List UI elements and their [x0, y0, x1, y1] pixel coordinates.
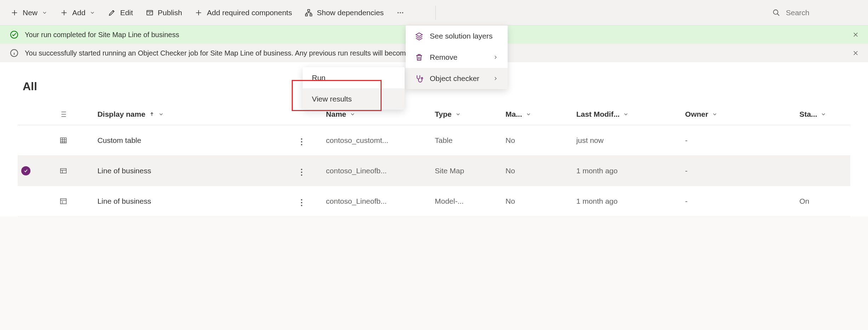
command-bar: New Add Edit Publish Add required compon…	[0, 0, 868, 25]
cell-managed: No	[502, 156, 573, 186]
new-button[interactable]: New	[4, 0, 54, 25]
cell-display-name: Custom table	[94, 125, 295, 156]
svg-rect-3	[310, 14, 312, 16]
cell-owner: -	[681, 186, 796, 216]
cell-modified: 1 month ago	[573, 186, 681, 216]
sitemap-icon	[59, 167, 67, 175]
chevron-right-icon	[493, 76, 498, 81]
table-row[interactable]: Custom table contoso_customt... Table No…	[18, 125, 850, 156]
close-notification-button[interactable]	[850, 48, 861, 58]
menu-remove[interactable]: Remove	[406, 47, 508, 68]
edit-button[interactable]: Edit	[102, 0, 139, 25]
publish-label: Publish	[158, 8, 182, 17]
cell-modified: just now	[573, 125, 681, 156]
menu-item-label: Run	[312, 74, 326, 82]
plus-icon	[60, 9, 68, 17]
column-chooser[interactable]	[56, 104, 94, 125]
svg-rect-10	[60, 138, 66, 143]
row-selected-check-icon[interactable]	[21, 166, 30, 175]
cell-type: Table	[431, 125, 502, 156]
add-label: Add	[72, 8, 85, 17]
svg-point-7	[773, 10, 778, 14]
close-icon	[852, 50, 859, 56]
cell-display-name: Line of business	[94, 186, 295, 216]
svg-rect-0	[147, 10, 153, 15]
notification-info-text: You successfully started running an Obje…	[25, 49, 430, 57]
col-status[interactable]: Sta...	[796, 104, 850, 125]
show-dependencies-button[interactable]: Show dependencies	[298, 0, 390, 25]
overflow-menu: See solution layers Remove Object checke…	[406, 25, 508, 89]
cell-name: contoso_customt...	[322, 125, 431, 156]
search-input[interactable]	[786, 8, 857, 17]
overflow-button[interactable]	[390, 0, 411, 25]
cell-display-name: Line of business	[94, 156, 295, 186]
chevron-right-icon	[493, 54, 498, 60]
menu-item-label: View results	[312, 95, 352, 103]
chevron-down-icon	[526, 111, 531, 117]
chevron-down-icon	[623, 111, 629, 117]
cell-owner: -	[681, 125, 796, 156]
search-icon	[772, 9, 780, 17]
chevron-down-icon	[158, 111, 164, 117]
svg-rect-1	[308, 9, 310, 11]
publish-button[interactable]: Publish	[139, 0, 189, 25]
publish-icon	[146, 9, 154, 17]
show-deps-label: Show dependencies	[317, 8, 384, 17]
chevron-down-icon	[712, 111, 718, 117]
menu-item-label: See solution layers	[430, 32, 492, 40]
add-button[interactable]: Add	[54, 0, 102, 25]
chevron-down-icon	[821, 111, 826, 117]
submenu-view-results[interactable]: View results	[303, 88, 405, 110]
menu-object-checker[interactable]: Object checker	[406, 68, 508, 89]
table-icon	[59, 137, 67, 144]
svg-rect-12	[60, 198, 66, 204]
table-row[interactable]: Line of business contoso_Lineofb... Site…	[18, 156, 850, 186]
cell-managed: No	[502, 125, 573, 156]
chevron-down-icon	[42, 10, 47, 16]
row-actions-button[interactable]	[299, 197, 304, 208]
cell-type: Model-...	[431, 186, 502, 216]
cell-owner: -	[681, 156, 796, 186]
menu-see-layers[interactable]: See solution layers	[406, 25, 508, 47]
chevron-down-icon	[90, 10, 95, 16]
more-horizontal-icon	[396, 9, 404, 17]
stethoscope-icon	[415, 74, 423, 83]
table-row[interactable]: Line of business contoso_Lineofb... Mode…	[18, 186, 850, 216]
row-actions-button[interactable]	[299, 167, 304, 178]
submenu-run[interactable]: Run	[303, 67, 405, 88]
sort-asc-icon	[149, 111, 155, 117]
svg-point-5	[400, 12, 401, 13]
cell-type: Site Map	[431, 156, 502, 186]
cell-status	[796, 156, 850, 186]
col-display-name[interactable]: Display name	[94, 104, 295, 125]
layers-icon	[415, 32, 423, 40]
svg-point-4	[398, 12, 399, 13]
add-required-label: Add required components	[207, 8, 292, 17]
menu-item-label: Remove	[430, 53, 457, 62]
cell-status	[796, 125, 850, 156]
chevron-down-icon	[350, 111, 355, 117]
svg-point-6	[402, 12, 404, 13]
chevron-down-icon	[455, 111, 461, 117]
plus-icon	[195, 9, 202, 17]
search-box[interactable]	[765, 0, 864, 25]
svg-rect-2	[305, 14, 308, 16]
new-label: New	[23, 8, 38, 17]
close-icon	[852, 31, 859, 38]
check-circle-icon	[10, 30, 18, 39]
object-checker-submenu: Run View results	[303, 67, 405, 110]
col-modified[interactable]: Last Modif...	[573, 104, 681, 125]
row-actions-button[interactable]	[299, 136, 304, 147]
close-notification-button[interactable]	[850, 29, 861, 40]
col-owner[interactable]: Owner	[681, 104, 796, 125]
col-managed[interactable]: Ma...	[502, 104, 573, 125]
col-type[interactable]: Type	[431, 104, 502, 125]
hierarchy-icon	[305, 9, 313, 17]
edit-label: Edit	[120, 8, 133, 17]
info-circle-icon	[10, 49, 18, 57]
add-required-button[interactable]: Add required components	[188, 0, 298, 25]
cell-status: On	[796, 186, 850, 216]
menu-item-label: Object checker	[430, 74, 479, 83]
notification-success-text: Your run completed for Site Map Line of …	[25, 31, 179, 39]
cell-managed: No	[502, 186, 573, 216]
